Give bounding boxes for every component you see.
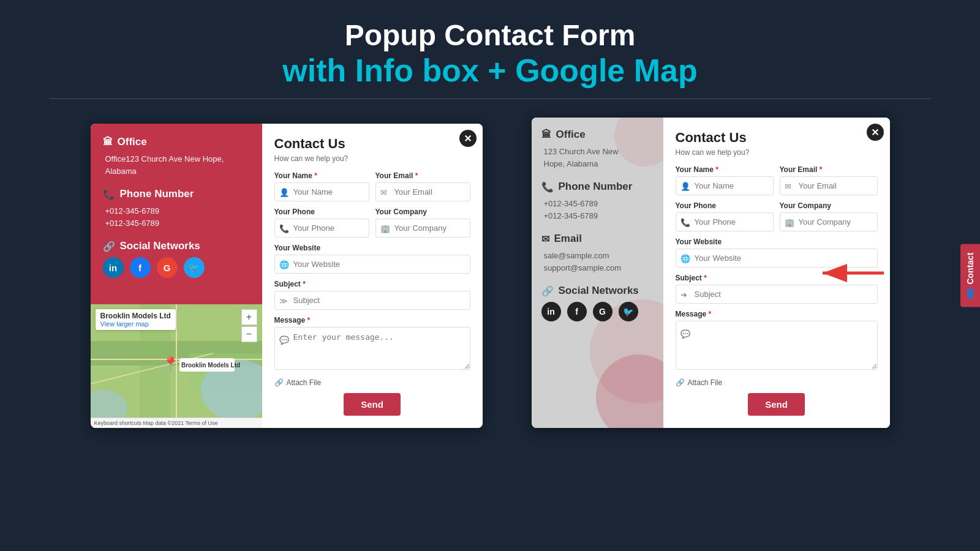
right-email2: support@sample.com <box>541 262 654 274</box>
left-phone-wrapper: 📞 <box>274 219 369 238</box>
left-subject-group: Subject * ≫ <box>274 280 470 310</box>
right-phone-title: 📞 Phone Number <box>541 181 654 193</box>
right-send-button[interactable]: Send <box>748 393 805 416</box>
right-name-input[interactable] <box>676 176 774 195</box>
contact-tab-icon: 👤 <box>965 288 975 299</box>
left-form-title: Contact Us <box>274 136 470 152</box>
left-website-label: Your Website <box>274 244 470 252</box>
globe-icon: 🌐 <box>279 260 289 269</box>
right-office-address2: Hope, Alabama <box>541 158 654 170</box>
map-zoom-out[interactable]: − <box>241 326 257 342</box>
right-phone-group: Your Phone 📞 <box>676 201 774 231</box>
right-send-wrapper: Send <box>676 393 878 416</box>
left-phone2: +012-345-6789 <box>103 217 250 230</box>
left-info-main: 🏛 Office Office123 Church Ave New Hope, … <box>91 124 262 304</box>
left-attach-link[interactable]: 🔗 Attach File <box>274 378 470 387</box>
left-social-section: 🔗 Social Networks in f G 🐦 <box>103 240 250 278</box>
right-name-wrapper: 👤 <box>676 176 774 195</box>
contact-tab[interactable]: 👤 Contact <box>960 244 980 307</box>
left-social-icons: in f G 🐦 <box>103 257 250 278</box>
right-email-title: ✉ Email <box>541 233 654 245</box>
right-company-wrapper: 🏢 <box>780 212 878 231</box>
left-website-wrapper: 🌐 <box>274 255 470 274</box>
red-arrow <box>816 261 896 285</box>
linkedin-icon[interactable]: in <box>103 257 124 278</box>
office-icon: 🏛 <box>103 137 113 148</box>
right-name-group: Your Name * 👤 <box>676 165 774 195</box>
left-message-label: Message * <box>274 316 470 324</box>
left-name-wrapper: 👤 <box>274 182 369 201</box>
right-phone-input[interactable] <box>676 212 774 231</box>
right-message-textarea[interactable] <box>676 321 878 370</box>
map-view-link[interactable]: View larger map <box>100 320 171 328</box>
right-arrow-icon: ➜ <box>680 290 687 299</box>
right-google-icon[interactable]: G <box>593 302 612 321</box>
attach-icon: 🔗 <box>274 378 284 387</box>
header-title-line1: Popup Contact Form <box>0 18 980 52</box>
left-website-input[interactable] <box>274 255 470 274</box>
right-subject-input[interactable] <box>676 285 878 304</box>
left-message-group: Message * 💬 <box>274 316 470 372</box>
right-phone-form-icon: 📞 <box>680 217 690 227</box>
right-social-section: 🔗 Social Networks in f G 🐦 <box>541 285 654 321</box>
map-zoom-in[interactable]: + <box>241 309 257 325</box>
social-icon-title: 🔗 <box>103 241 115 252</box>
left-email-input[interactable] <box>375 182 470 201</box>
right-attach-icon: 🔗 <box>676 378 685 387</box>
svg-text:📍: 📍 <box>162 356 179 372</box>
left-subject-input[interactable] <box>274 291 470 310</box>
right-attach-link[interactable]: 🔗 Attach File <box>676 378 878 387</box>
right-twitter-icon[interactable]: 🐦 <box>619 302 638 321</box>
building-icon: 🏢 <box>380 223 390 233</box>
left-send-wrapper: Send <box>274 393 470 416</box>
right-form-title: Contact Us <box>676 130 878 146</box>
right-phone1: +012-345-6789 <box>541 198 654 210</box>
google-icon[interactable]: G <box>157 257 178 278</box>
left-company-wrapper: 🏢 <box>375 219 470 238</box>
left-phone-group: Your Phone 📞 <box>274 208 369 238</box>
right-row-message: Message * 💬 <box>676 310 878 372</box>
right-company-input[interactable] <box>780 212 878 231</box>
right-email-wrapper: ✉ <box>780 176 878 195</box>
right-name-label: Your Name * <box>676 165 774 174</box>
right-close-button[interactable]: ✕ <box>867 124 884 141</box>
left-subject-label: Subject * <box>274 280 470 288</box>
left-phone1: +012-345-6789 <box>103 205 250 217</box>
right-office-section: 🏛 Office 123 Church Ave New Hope, Alabam… <box>541 129 654 170</box>
left-close-button[interactable]: ✕ <box>459 130 477 147</box>
left-phone-title: 📞 Phone Number <box>103 188 250 200</box>
left-form-panel: Contact Us How can we help you? Your Nam… <box>262 124 483 428</box>
header-divider <box>49 98 931 99</box>
left-email-group: Your Email * ✉ <box>375 171 470 201</box>
twitter-icon[interactable]: 🐦 <box>184 257 205 278</box>
left-email-wrapper: ✉ <box>375 182 470 201</box>
right-email-form-icon: ✉ <box>785 181 791 190</box>
right-email-input[interactable] <box>780 176 878 195</box>
right-row-name-email: Your Name * 👤 Your Email * ✉ <box>676 165 878 195</box>
left-message-textarea[interactable] <box>274 327 470 370</box>
right-phone-wrapper: 📞 <box>676 212 774 231</box>
right-office-title: 🏛 Office <box>541 129 654 141</box>
left-row-website: Your Website 🌐 <box>274 244 470 274</box>
left-row-message: Message * 💬 <box>274 316 470 372</box>
right-social-icon-title: 🔗 <box>541 285 554 297</box>
left-name-label: Your Name * <box>274 171 369 180</box>
left-office-title: 🏛 Office <box>103 136 250 148</box>
left-company-label: Your Company <box>375 208 470 216</box>
right-phone-icon: 📞 <box>541 181 554 193</box>
left-website-group: Your Website 🌐 <box>274 244 470 274</box>
contact-tab-wrapper: 👤 Contact <box>960 244 980 307</box>
facebook-icon[interactable]: f <box>130 257 151 278</box>
right-facebook-icon[interactable]: f <box>567 302 587 321</box>
right-office-icon: 🏛 <box>541 129 551 140</box>
page-header: Popup Contact Form with Info box + Googl… <box>0 0 980 111</box>
left-row-name-email: Your Name * 👤 Your Email * ✉ <box>274 171 470 201</box>
right-website-label: Your Website <box>676 238 878 246</box>
left-social-title: 🔗 Social Networks <box>103 240 250 252</box>
right-info-main: 🏛 Office 123 Church Ave New Hope, Alabam… <box>532 118 663 343</box>
left-send-button[interactable]: Send <box>344 393 401 416</box>
right-linkedin-icon[interactable]: in <box>541 302 561 321</box>
right-subject-wrapper: ➜ <box>676 285 878 304</box>
phone-form-icon: 📞 <box>279 223 289 233</box>
left-subject-wrapper: ≫ <box>274 291 470 310</box>
